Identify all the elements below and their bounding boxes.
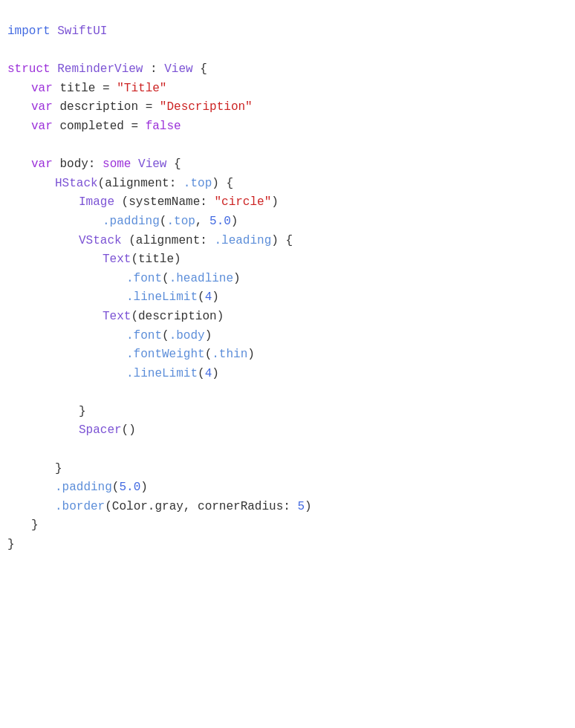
code-token: (	[198, 290, 205, 304]
code-token: View	[138, 157, 166, 171]
code-token: 5	[297, 500, 305, 513]
code-token: ()	[122, 423, 136, 437]
code-token: (	[160, 215, 167, 228]
code-token: =	[95, 82, 117, 95]
code-token: (	[162, 329, 169, 342]
code-token	[51, 25, 58, 38]
code-token: {	[166, 157, 181, 171]
code-token	[53, 82, 60, 95]
code-line: .border(Color.gray, cornerRadius: 5)	[7, 498, 568, 517]
code-line: var description = "Description"	[7, 98, 568, 117]
code-token: (	[198, 367, 205, 380]
code-line: var title = "Title"	[7, 79, 568, 99]
code-token: )	[233, 272, 241, 285]
code-line: .padding(.top, 5.0)	[7, 212, 568, 232]
code-token: }	[55, 462, 62, 475]
code-token: Text	[103, 253, 131, 266]
code-token: .lineLimit	[126, 367, 198, 380]
code-token	[53, 120, 60, 133]
code-token: .top	[183, 177, 212, 190]
code-token: )	[271, 195, 279, 209]
code-token: )	[212, 367, 219, 380]
code-token: )	[205, 329, 212, 342]
code-block: import SwiftUI struct ReminderView : Vie…	[7, 15, 568, 562]
code-line: .font(.headline)	[7, 270, 568, 289]
code-line	[7, 42, 568, 61]
code-token: .padding	[103, 215, 160, 228]
code-token: .border	[55, 500, 105, 513]
code-token: (	[162, 272, 169, 285]
code-line: Image (systemName: "circle")	[7, 193, 568, 212]
code-token: (description)	[131, 310, 224, 323]
code-token	[53, 100, 60, 114]
code-line: VStack (alignment: .leading) {	[7, 232, 568, 251]
code-line: Spacer()	[7, 421, 568, 441]
code-token: (alignment:	[122, 234, 215, 247]
code-token: SwiftUI	[57, 25, 107, 38]
code-token: "Description"	[160, 100, 253, 114]
code-line: var body: some View {	[7, 155, 568, 175]
code-line: }	[7, 516, 568, 536]
code-token: .font	[126, 272, 162, 285]
code-token: ,	[195, 215, 209, 228]
code-token: .headline	[169, 272, 233, 285]
code-line: }	[7, 403, 568, 422]
code-line: Text(description)	[7, 308, 568, 327]
code-token: var	[31, 100, 53, 114]
code-token: 5.0	[119, 481, 140, 494]
code-line: }	[7, 460, 568, 479]
code-token: completed	[59, 120, 123, 133]
code-token: =	[138, 100, 160, 114]
code-line: .font(.body)	[7, 327, 568, 346]
code-token: {	[193, 62, 207, 76]
code-token: ReminderView	[57, 62, 143, 76]
code-line: .lineLimit(4)	[7, 288, 568, 308]
code-line: .lineLimit(4)	[7, 365, 568, 384]
code-token: .fontWeight	[126, 348, 205, 361]
code-token: "Title"	[117, 82, 166, 95]
code-token: .font	[126, 329, 162, 342]
code-line: HStack(alignment: .top) {	[7, 175, 568, 194]
code-line: .fontWeight(.thin)	[7, 345, 568, 365]
code-token: ) {	[212, 177, 233, 190]
code-line: Text(title)	[7, 250, 568, 270]
code-token: Image	[79, 195, 114, 209]
code-token: Spacer	[79, 423, 122, 437]
code-token	[51, 62, 58, 76]
code-token: )	[231, 215, 238, 228]
code-line: .padding(5.0)	[7, 478, 568, 498]
code-token: .thin	[212, 348, 247, 361]
code-token: :	[143, 62, 164, 76]
code-token: .top	[166, 215, 195, 228]
code-token: (alignment:	[98, 177, 183, 190]
code-token: ) {	[271, 234, 293, 247]
code-token: false	[146, 120, 181, 133]
code-line	[7, 441, 568, 460]
code-token: (	[205, 348, 212, 361]
code-token: (title)	[131, 253, 181, 266]
code-line: struct ReminderView : View {	[7, 60, 568, 79]
code-token: )	[140, 481, 148, 494]
code-token: View	[164, 62, 192, 76]
code-token	[53, 157, 60, 171]
code-token: .padding	[55, 481, 112, 494]
code-token: title	[59, 82, 95, 95]
code-token: var	[31, 157, 53, 171]
code-token	[131, 157, 138, 171]
code-line	[7, 383, 568, 403]
code-token: HStack	[55, 177, 98, 190]
code-token: }	[7, 538, 15, 551]
code-token: (systemName:	[114, 195, 214, 209]
code-token: }	[31, 519, 39, 532]
code-token: VStack	[79, 234, 122, 247]
code-token: description	[59, 100, 138, 114]
code-line	[7, 137, 568, 156]
code-token: (	[112, 481, 120, 494]
code-token: .lineLimit	[126, 290, 198, 304]
code-token: .body	[169, 329, 205, 342]
code-line: }	[7, 536, 568, 555]
code-token: (Color.gray, cornerRadius:	[105, 500, 297, 513]
code-token: var	[31, 120, 53, 133]
code-token: 5.0	[209, 215, 231, 228]
code-token: struct	[7, 62, 51, 76]
